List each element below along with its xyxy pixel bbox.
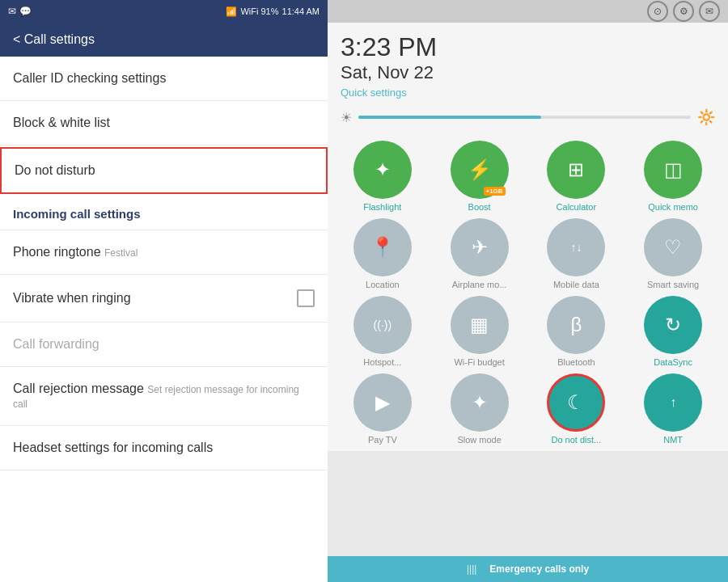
headset-title: Headset settings for incoming calls — [13, 441, 213, 454]
block-white-item[interactable]: Block & white list — [0, 101, 328, 146]
slow-mode-label: Slow mode — [457, 435, 501, 445]
headset-item[interactable]: Headset settings for incoming calls — [0, 426, 328, 470]
bluetooth-cell[interactable]: β Bluetooth — [531, 296, 622, 367]
brightness-bar: ☀ 🔆 — [328, 108, 728, 134]
left-panel: ✉ 💬 📶 WiFi 91% 11:44 AM < Call settings … — [0, 0, 328, 582]
quick-settings-grid: ✦ Flashlight ⚡ +1GB Boost ⊞ Calculator ◫… — [328, 134, 728, 451]
calculator-cell[interactable]: ⊞ Calculator — [531, 141, 622, 212]
do-not-disturb-quick-label: Do not dist... — [551, 435, 601, 445]
vibrate-title: Vibrate when ringing — [13, 291, 131, 306]
message-icon: ✉ — [705, 6, 713, 17]
phone-ringtone-item[interactable]: Phone ringtone Festival — [0, 230, 328, 275]
bottom-bar-emergency: Emergency calls only — [489, 563, 589, 575]
mobile-data-icon: ↑↓ — [570, 241, 582, 254]
phone-ringtone-title: Phone ringtone — [13, 245, 101, 259]
date-display: Sat, Nov 22 — [341, 62, 715, 83]
nmt-cell[interactable]: ↑ NMT — [628, 373, 718, 445]
do-not-disturb-title: Do not disturb — [15, 163, 95, 177]
mobile-data-cell[interactable]: ↑↓ Mobile data — [531, 218, 622, 289]
datasync-icon-circle: ↻ — [644, 296, 702, 354]
brightness-slider[interactable] — [358, 116, 691, 119]
settings-menu: Caller ID checking settings Block & whit… — [0, 57, 328, 582]
hotspot-icon: ((·)) — [374, 318, 392, 331]
call-settings-header[interactable]: < Call settings — [0, 23, 328, 57]
location-cell[interactable]: 📍 Location — [337, 218, 428, 289]
settings-circle-button[interactable]: ⊙ — [647, 1, 668, 22]
caller-id-title: Caller ID checking settings — [13, 71, 166, 85]
hotspot-cell[interactable]: ((·)) Hotspot... — [337, 296, 428, 367]
mobile-data-label: Mobile data — [553, 280, 599, 289]
status-icons: ✉ 💬 — [8, 6, 32, 17]
incoming-calls-section: Incoming call settings — [0, 196, 328, 230]
chat-icon: 💬 — [19, 6, 32, 17]
datasync-icon: ↻ — [665, 314, 681, 336]
boost-cell[interactable]: ⚡ +1GB Boost — [434, 141, 525, 212]
incoming-calls-title: Incoming call settings — [13, 207, 141, 221]
back-button[interactable]: < Call settings — [13, 32, 95, 47]
datasync-label: DataSync — [654, 357, 692, 367]
boost-icon: ⚡ — [468, 158, 492, 181]
airplane-cell[interactable]: ✈ Airplane mo... — [434, 218, 525, 289]
settings-circle-icon: ⊙ — [654, 6, 662, 17]
brightness-high-icon: 🔆 — [697, 108, 715, 126]
calculator-icon-circle: ⊞ — [547, 141, 605, 199]
wifi-icon: 📶 — [226, 6, 237, 17]
flashlight-icon-circle: ✦ — [353, 141, 412, 199]
vibrate-checkbox[interactable] — [297, 289, 315, 307]
smart-saving-icon-circle: ♡ — [644, 218, 702, 276]
wifi-budget-cell[interactable]: ▦ Wi-Fi budget — [434, 296, 525, 367]
airplane-icon: ✈ — [472, 236, 488, 259]
gear-button[interactable]: ⚙ — [673, 1, 694, 22]
battery-text: WiFi 91% — [240, 6, 278, 16]
calculator-icon: ⊞ — [568, 158, 584, 181]
wifi-budget-icon-circle: ▦ — [451, 296, 509, 354]
smart-saving-cell[interactable]: ♡ Smart saving — [628, 218, 718, 289]
block-white-title: Block & white list — [13, 116, 110, 129]
bottom-bar: |||| Emergency calls only — [328, 556, 728, 582]
do-not-disturb-item[interactable]: Do not disturb — [0, 147, 328, 194]
call-forwarding-title: Call forwarding — [13, 337, 99, 351]
vibrate-item[interactable]: Vibrate when ringing — [0, 275, 328, 323]
location-icon-circle: 📍 — [353, 218, 412, 276]
quick-memo-cell[interactable]: ◫ Quick memo — [628, 141, 718, 212]
gear-icon: ⚙ — [679, 6, 688, 17]
hotspot-icon-circle: ((·)) — [353, 296, 412, 354]
caller-id-item[interactable]: Caller ID checking settings — [0, 57, 328, 101]
call-forwarding-item: Call forwarding — [0, 323, 328, 367]
quick-memo-label: Quick memo — [648, 202, 698, 212]
quick-settings-header: 3:23 PM Sat, Nov 22 Quick settings — [328, 23, 728, 108]
bottom-bar-signal: |||| — [467, 563, 476, 575]
airplane-label: Airplane mo... — [452, 280, 507, 289]
pay-tv-cell[interactable]: ▶ Pay TV — [337, 373, 428, 445]
wifi-budget-label: Wi-Fi budget — [454, 357, 504, 367]
brightness-low-icon: ☀ — [341, 110, 352, 125]
message-button[interactable]: ✉ — [699, 1, 720, 22]
pay-tv-label: Pay TV — [368, 435, 397, 445]
datasync-cell[interactable]: ↻ DataSync — [628, 296, 718, 367]
call-rejection-title: Call rejection message — [13, 382, 144, 395]
do-not-disturb-icon: ☾ — [567, 391, 585, 414]
time-display-small: 11:44 AM — [282, 6, 320, 16]
do-not-disturb-icon-circle: ☾ — [547, 373, 605, 432]
flashlight-cell[interactable]: ✦ Flashlight — [337, 141, 428, 212]
call-rejection-item[interactable]: Call rejection message Set rejection mes… — [0, 367, 328, 426]
nmt-icon: ↑ — [670, 395, 676, 410]
notification-bar: ⊙ ⚙ ✉ — [328, 0, 728, 23]
smart-saving-label: Smart saving — [647, 280, 699, 289]
status-info: 📶 WiFi 91% 11:44 AM — [226, 6, 320, 17]
phone-ringtone-subtitle: Festival — [104, 247, 138, 259]
do-not-disturb-cell[interactable]: ☾ Do not dist... — [531, 373, 622, 445]
slow-mode-icon-circle: ✦ — [451, 373, 509, 432]
bluetooth-label: Bluetooth — [557, 357, 595, 367]
email-icon: ✉ — [8, 6, 16, 17]
airplane-icon-circle: ✈ — [451, 218, 509, 276]
nmt-label: NMT — [663, 435, 683, 445]
pay-tv-icon: ▶ — [375, 391, 390, 414]
bluetooth-icon: β — [570, 314, 582, 336]
quick-memo-icon-circle: ◫ — [644, 141, 702, 199]
location-icon: 📍 — [370, 236, 395, 259]
slow-mode-cell[interactable]: ✦ Slow mode — [434, 373, 525, 445]
smart-saving-icon: ♡ — [664, 236, 682, 259]
hotspot-label: Hotspot... — [363, 357, 401, 367]
status-bar-left: ✉ 💬 📶 WiFi 91% 11:44 AM — [0, 0, 328, 23]
